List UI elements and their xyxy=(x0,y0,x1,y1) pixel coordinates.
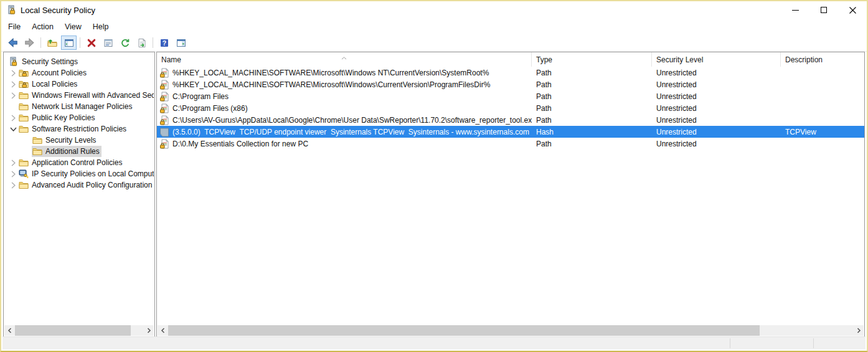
tree-item-network-list-manager[interactable]: Network List Manager Policies xyxy=(4,101,154,112)
back-arrow-icon xyxy=(7,37,18,48)
tree-item-application-control-policies[interactable]: Application Control Policies xyxy=(4,157,154,168)
properties-button[interactable] xyxy=(100,36,116,50)
close-button[interactable] xyxy=(838,1,867,19)
tree-item-public-key-policies[interactable]: Public Key Policies xyxy=(4,112,154,123)
column-header-security-level[interactable]: Security Level xyxy=(652,52,781,67)
minimize-button[interactable] xyxy=(781,1,809,19)
tree-item-ip-security-policies[interactable]: IP Security Policies on Local Computer xyxy=(4,168,154,179)
rule-type: Path xyxy=(532,116,652,125)
up-one-level-button[interactable] xyxy=(44,36,60,50)
rule-security-level: Unrestricted xyxy=(652,140,781,148)
chevron-right-icon[interactable] xyxy=(8,70,18,77)
maximize-icon xyxy=(821,7,827,13)
tree-item-security-settings[interactable]: Security Settings xyxy=(4,56,154,67)
rule-security-level: Unrestricted xyxy=(652,116,781,125)
chevron-right-icon[interactable] xyxy=(8,81,18,88)
menu-view[interactable]: View xyxy=(59,21,87,33)
tree-item-windows-firewall[interactable]: Windows Firewall with Advanced Security xyxy=(4,90,154,101)
tree-item-label: Software Restriction Policies xyxy=(32,125,126,133)
rule-name: D:\0.My Essentials Collection for new PC xyxy=(172,140,308,148)
scrollbar-thumb[interactable] xyxy=(168,325,760,336)
folder-icon xyxy=(19,102,29,112)
list-horizontal-scrollbar[interactable] xyxy=(158,325,864,336)
folder-icon xyxy=(32,146,42,156)
status-bar-divider xyxy=(813,338,814,348)
column-header-type[interactable]: Type xyxy=(532,52,652,67)
close-icon xyxy=(849,7,856,14)
rule-security-level: Unrestricted xyxy=(652,128,781,136)
rule-security-level: Unrestricted xyxy=(652,104,781,113)
table-row[interactable]: C:\Users\AV-Gurus\AppData\Local\Google\C… xyxy=(157,114,864,126)
forward-button[interactable] xyxy=(22,36,37,50)
refresh-icon xyxy=(120,38,130,48)
rule-name: (3.5.0.0) TCPView TCP/UDP endpoint viewe… xyxy=(172,128,529,136)
rule-name: C:\Users\AV-Gurus\AppData\Local\Google\C… xyxy=(172,116,532,125)
table-row[interactable]: %HKEY_LOCAL_MACHINE\SOFTWARE\Microsoft\W… xyxy=(157,67,864,78)
window-title: Local Security Policy xyxy=(21,6,95,15)
tree-item-label: Local Policies xyxy=(32,80,77,88)
rule-type: Hash xyxy=(532,128,652,136)
tree-item-advanced-audit-policy[interactable]: Advanced Audit Policy Configuration xyxy=(4,179,154,191)
export-list-button[interactable] xyxy=(134,36,149,50)
chevron-right-icon[interactable] xyxy=(8,182,18,189)
show-hide-action-pane-button[interactable] xyxy=(173,36,189,50)
tree-item-label: Application Control Policies xyxy=(32,158,122,167)
rule-type: Path xyxy=(532,69,652,77)
scroll-left-arrow-icon[interactable] xyxy=(4,325,15,336)
tree-horizontal-scrollbar[interactable] xyxy=(4,325,154,336)
back-button[interactable] xyxy=(5,36,21,50)
title-bar[interactable]: Local Security Policy xyxy=(1,1,867,19)
table-row[interactable]: D:\0.My Essentials Collection for new PC… xyxy=(157,138,864,150)
security-settings-tree: Security Settings Account Policies Local… xyxy=(4,53,154,325)
delete-x-icon xyxy=(87,38,97,48)
maximize-button[interactable] xyxy=(809,1,838,19)
tree-item-account-policies[interactable]: Account Policies xyxy=(4,67,154,78)
tree-item-label: Additional Rules xyxy=(45,147,100,156)
chevron-right-icon[interactable] xyxy=(8,92,18,99)
scrollbar-thumb[interactable] xyxy=(15,325,131,336)
refresh-button[interactable] xyxy=(117,36,133,50)
scrollbar-track[interactable] xyxy=(131,325,143,336)
sort-ascending-icon xyxy=(341,53,347,62)
tree-item-local-policies[interactable]: Local Policies xyxy=(4,78,154,90)
menu-bar: File Action View Help xyxy=(1,19,867,34)
scroll-right-arrow-icon[interactable] xyxy=(143,325,154,336)
computer-lock-icon xyxy=(9,57,19,67)
delete-button[interactable] xyxy=(83,36,99,50)
folder-icon xyxy=(19,113,29,123)
rules-list-pane: Name Type Security Level Description %HK… xyxy=(156,52,865,337)
chevron-right-icon[interactable] xyxy=(8,159,18,166)
rule-name: %HKEY_LOCAL_MACHINE\SOFTWARE\Microsoft\W… xyxy=(172,69,489,77)
tree-item-additional-rules[interactable]: Additional Rules xyxy=(4,146,154,157)
up-one-level-icon xyxy=(47,38,57,48)
column-header-label: Security Level xyxy=(656,55,703,64)
table-row[interactable]: C:\Program Files (x86) Path Unrestricted xyxy=(157,102,864,114)
chevron-right-icon[interactable] xyxy=(8,115,18,121)
scroll-left-arrow-icon[interactable] xyxy=(158,325,168,336)
tree-item-security-levels[interactable]: Security Levels xyxy=(4,135,154,146)
document-lock-icon xyxy=(159,68,169,78)
chevron-right-icon[interactable] xyxy=(8,171,18,178)
table-row[interactable]: %HKEY_LOCAL_MACHINE\SOFTWARE\Microsoft\W… xyxy=(157,78,864,90)
column-header-name[interactable]: Name xyxy=(157,52,532,67)
scrollbar-track[interactable] xyxy=(760,325,853,336)
scroll-right-arrow-icon[interactable] xyxy=(853,325,864,336)
help-button[interactable]: ? xyxy=(156,36,172,50)
menu-help[interactable]: Help xyxy=(87,21,115,33)
show-hide-console-tree-button[interactable] xyxy=(61,36,77,50)
table-row-selected[interactable]: (3.5.0.0) TCPView TCP/UDP endpoint viewe… xyxy=(157,126,864,138)
column-header-description[interactable]: Description xyxy=(781,52,864,67)
tree-item-label: Security Levels xyxy=(45,136,96,145)
computer-key-icon xyxy=(19,169,29,179)
toolbar-separator xyxy=(153,37,153,48)
folder-icon xyxy=(19,90,29,100)
menu-file[interactable]: File xyxy=(2,21,26,33)
tree-item-software-restriction-policies[interactable]: Software Restriction Policies xyxy=(4,123,154,135)
menu-action[interactable]: Action xyxy=(26,21,59,33)
table-row[interactable]: C:\Program Files Path Unrestricted xyxy=(157,90,864,102)
tree-item-label: Windows Firewall with Advanced Security xyxy=(32,91,154,100)
rules-list: %HKEY_LOCAL_MACHINE\SOFTWARE\Microsoft\W… xyxy=(157,67,864,150)
rule-type: Path xyxy=(532,104,652,113)
list-header: Name Type Security Level Description xyxy=(157,52,864,67)
chevron-down-icon[interactable] xyxy=(8,127,18,131)
